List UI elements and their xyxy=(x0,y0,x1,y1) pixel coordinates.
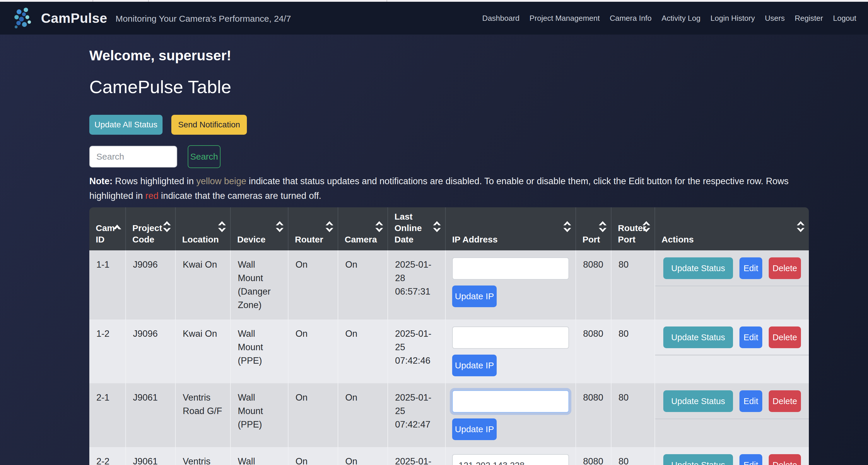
column-header-last-online-date[interactable]: Last Online Date xyxy=(388,207,446,250)
cell-last-online: 2025-01-25 xyxy=(388,447,446,465)
cell-location: Kwai On xyxy=(176,250,231,319)
cell-ip-address: Update IP xyxy=(446,383,576,447)
cell-location: Kwai On xyxy=(176,319,231,383)
cell-last-online: 2025-01-28 06:57:31 xyxy=(388,250,446,319)
update-status-button[interactable]: Update Status xyxy=(663,454,733,465)
update-status-button[interactable]: Update Status xyxy=(663,257,733,279)
nav-link-users[interactable]: Users xyxy=(765,14,785,23)
send-notification-button[interactable]: Send Notification xyxy=(171,115,247,135)
nav-link-logout[interactable]: Logout xyxy=(833,14,856,23)
cell-actions: Update Status Edit Delete xyxy=(655,319,809,383)
sort-both-icon xyxy=(275,220,284,233)
note-beige-keyword: yellow beige xyxy=(196,176,246,186)
column-header-router-port[interactable]: Router Port xyxy=(612,207,655,250)
edit-button[interactable]: Edit xyxy=(739,454,762,465)
column-header-cam-id[interactable]: Cam ID xyxy=(89,207,126,250)
note-label: Note: xyxy=(89,176,113,186)
update-ip-button[interactable]: Update IP xyxy=(452,418,497,440)
delete-button[interactable]: Delete xyxy=(769,454,801,465)
cell-port: 8080 xyxy=(576,250,612,319)
column-header-port[interactable]: Port xyxy=(576,207,612,250)
browser-tab-separator xyxy=(386,0,387,2)
search-button[interactable]: Search xyxy=(188,145,220,168)
delete-button[interactable]: Delete xyxy=(769,327,801,348)
nav-link-login-history[interactable]: Login History xyxy=(710,14,755,23)
cell-location: Ventris Road G/F xyxy=(176,447,231,465)
cell-device: Wall Mount (Danger Zone) xyxy=(231,250,288,319)
edit-button[interactable]: Edit xyxy=(739,327,762,348)
cell-router-port: 80 xyxy=(612,447,655,465)
column-header-ip-address[interactable]: IP Address xyxy=(446,207,576,250)
camera-table: Cam ID Project Code Location xyxy=(89,207,809,465)
brand-tagline: Monitoring Your Camera's Performance, 24… xyxy=(115,14,291,24)
cell-actions: Update Status Edit Delete xyxy=(655,383,809,447)
cell-project-code: J9096 xyxy=(126,319,176,383)
ip-address-input[interactable] xyxy=(452,257,569,280)
page-title: CamePulse Table xyxy=(89,76,868,97)
cell-cam-id: 2-2 xyxy=(89,447,126,465)
cell-actions: Update Status Edit Delete xyxy=(655,250,809,319)
cell-router-port: 80 xyxy=(612,250,655,319)
cell-cam-id: 1-1 xyxy=(89,250,126,319)
update-ip-button[interactable]: Update IP xyxy=(452,285,497,307)
nav-link-dashboard[interactable]: Dashboard xyxy=(482,14,520,23)
update-ip-button[interactable]: Update IP xyxy=(452,354,497,376)
column-header-project-code[interactable]: Project Code xyxy=(126,207,176,250)
brand-name: CamPulse xyxy=(41,10,107,26)
edit-button[interactable]: Edit xyxy=(739,257,762,279)
sort-both-icon xyxy=(642,220,651,233)
browser-tab-separator xyxy=(93,0,93,2)
sort-both-icon xyxy=(162,220,172,233)
table-row: 2-1 J9061 Ventris Road G/F Wall Mount (P… xyxy=(89,383,809,447)
ip-address-input[interactable] xyxy=(452,327,569,349)
cell-router-status: On xyxy=(288,250,338,319)
ip-address-input[interactable] xyxy=(452,390,569,412)
cell-router-port: 80 xyxy=(612,319,655,383)
nav-link-register[interactable]: Register xyxy=(795,14,823,23)
column-header-router[interactable]: Router xyxy=(288,207,338,250)
sort-both-icon xyxy=(217,220,227,233)
sort-both-icon xyxy=(432,220,442,233)
column-header-location[interactable]: Location xyxy=(176,207,231,250)
table-row: 2-2 J9061 Ventris Road G/F Wall Mount (P… xyxy=(89,447,809,465)
cell-cam-id: 1-2 xyxy=(89,319,126,383)
update-status-button[interactable]: Update Status xyxy=(663,390,733,412)
cell-last-online: 2025-01-25 07:42:47 xyxy=(388,383,446,447)
sort-both-icon xyxy=(325,220,334,233)
ip-address-input[interactable] xyxy=(452,454,569,465)
cell-camera-status: On xyxy=(338,383,388,447)
sort-asc-icon xyxy=(113,223,122,230)
nav-link-camera-info[interactable]: Camera Info xyxy=(610,14,652,23)
column-header-actions[interactable]: Actions xyxy=(655,207,809,250)
table-header-row: Cam ID Project Code Location xyxy=(89,207,809,250)
table-row: 1-2 J9096 Kwai On Wall Mount (PPE) On On… xyxy=(89,319,809,383)
cell-router-status: On xyxy=(288,447,338,465)
cell-ip-address: Update IP xyxy=(446,250,576,319)
column-header-camera[interactable]: Camera xyxy=(338,207,388,250)
cell-project-code: J9096 xyxy=(126,250,176,319)
update-status-button[interactable]: Update Status xyxy=(663,327,733,348)
cell-location: Ventris Road G/F xyxy=(176,383,231,447)
nav-link-activity-log[interactable]: Activity Log xyxy=(661,14,701,23)
browser-edge-strip xyxy=(0,0,868,2)
note-red-keyword: red xyxy=(145,191,158,201)
cell-router-status: On xyxy=(288,383,338,447)
cell-last-online: 2025-01-25 07:42:46 xyxy=(388,319,446,383)
delete-button[interactable]: Delete xyxy=(769,390,801,412)
nav-link-project-management[interactable]: Project Management xyxy=(529,14,600,23)
sort-both-icon xyxy=(796,220,805,233)
search-input[interactable] xyxy=(89,146,177,167)
nav-links: Dashboard Project Management Camera Info… xyxy=(482,14,856,23)
cell-ip-address: Update IP xyxy=(446,319,576,383)
cell-camera-status: On xyxy=(338,447,388,465)
edit-button[interactable]: Edit xyxy=(739,390,762,412)
sort-both-icon xyxy=(563,220,572,233)
cell-router-port: 80 xyxy=(612,383,655,447)
cell-project-code: J9061 xyxy=(126,447,176,465)
cell-port: 8080 xyxy=(576,447,612,465)
update-all-status-button[interactable]: Update All Status xyxy=(89,115,162,135)
delete-button[interactable]: Delete xyxy=(769,257,801,279)
column-header-device[interactable]: Device xyxy=(231,207,288,250)
top-navbar: CamPulse Monitoring Your Camera's Perfor… xyxy=(0,2,868,35)
campulse-logo-icon xyxy=(12,6,35,30)
